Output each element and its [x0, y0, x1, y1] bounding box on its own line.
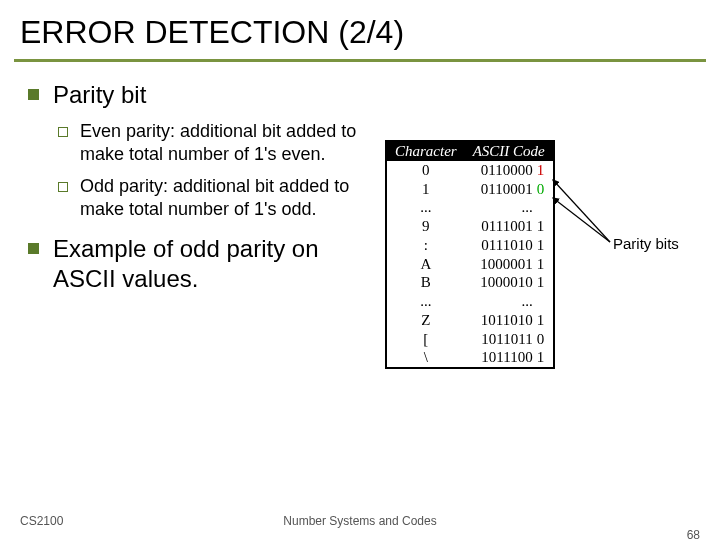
bullet-1: Parity bit [28, 80, 710, 110]
content-area: Parity bit Even parity: additional bit a… [0, 62, 720, 294]
table-row: 101100010 [387, 180, 553, 199]
table-row: 901110011 [387, 217, 553, 236]
code-cell: 10111001 [465, 348, 553, 367]
parity-bit: 1 [537, 273, 549, 292]
parity-bit: 0 [537, 330, 549, 349]
bullet-1-2-text: Odd parity: additional bit added to make… [80, 175, 380, 220]
parity-bit: 0 [537, 180, 549, 199]
bullet-1-text: Parity bit [53, 80, 146, 110]
parity-bit: 1 [537, 161, 549, 180]
char-cell: 9 [387, 217, 465, 236]
parity-bit: 1 [537, 217, 549, 236]
char-cell: [ [387, 330, 465, 349]
col-character: Character [387, 142, 465, 161]
ascii-table: Character ASCII Code 001100001101100010.… [385, 140, 555, 369]
code-cell: ... [465, 292, 553, 311]
char-cell: 0 [387, 161, 465, 180]
char-cell: ... [387, 292, 465, 311]
code-cell: 10000011 [465, 255, 553, 274]
code-cell: 01110011 [465, 217, 553, 236]
char-cell: ... [387, 198, 465, 217]
char-cell: \ [387, 348, 465, 367]
char-cell: Z [387, 311, 465, 330]
parity-bit: 1 [537, 236, 549, 255]
char-cell: B [387, 273, 465, 292]
col-ascii-code: ASCII Code [465, 142, 553, 161]
footer: CS2100 Number Systems and Codes 68 [0, 514, 720, 528]
table-row: ...... [387, 292, 553, 311]
slide-title: ERROR DETECTION (2/4) [0, 0, 720, 59]
parity-bit: 1 [537, 311, 549, 330]
square-bullet-icon [28, 89, 39, 100]
code-cell: 10110110 [465, 330, 553, 349]
table-row: B10000101 [387, 273, 553, 292]
footer-center: Number Systems and Codes [0, 514, 720, 528]
bullet-2-text: Example of odd parity on ASCII values. [53, 234, 353, 294]
parity-bits-label: Parity bits [613, 235, 679, 252]
hollow-square-bullet-icon [58, 127, 68, 137]
code-cell: 01100001 [465, 161, 553, 180]
table-row: \10111001 [387, 348, 553, 367]
table-row: 001100001 [387, 161, 553, 180]
bullet-1-1-text: Even parity: additional bit added to mak… [80, 120, 380, 165]
bullet-1-1: Even parity: additional bit added to mak… [58, 120, 710, 165]
table-row: A10000011 [387, 255, 553, 274]
parity-bit: 1 [537, 255, 549, 274]
char-cell: : [387, 236, 465, 255]
code-cell: 01110101 [465, 236, 553, 255]
table-row: Z10110101 [387, 311, 553, 330]
footer-left: CS2100 [20, 514, 63, 528]
table-row: ...... [387, 198, 553, 217]
char-cell: A [387, 255, 465, 274]
table-row: :01110101 [387, 236, 553, 255]
code-cell: ... [465, 198, 553, 217]
parity-bit: 1 [537, 348, 549, 367]
char-cell: 1 [387, 180, 465, 199]
square-bullet-icon [28, 243, 39, 254]
bullet-1-2: Odd parity: additional bit added to make… [58, 175, 710, 220]
code-cell: 01100010 [465, 180, 553, 199]
code-cell: 10110101 [465, 311, 553, 330]
table-row: [10110110 [387, 330, 553, 349]
code-cell: 10000101 [465, 273, 553, 292]
bullet-2: Example of odd parity on ASCII values. [28, 234, 710, 294]
ascii-table-wrap: Character ASCII Code 001100001101100010.… [385, 140, 555, 369]
hollow-square-bullet-icon [58, 182, 68, 192]
footer-right: 68 [687, 528, 700, 540]
